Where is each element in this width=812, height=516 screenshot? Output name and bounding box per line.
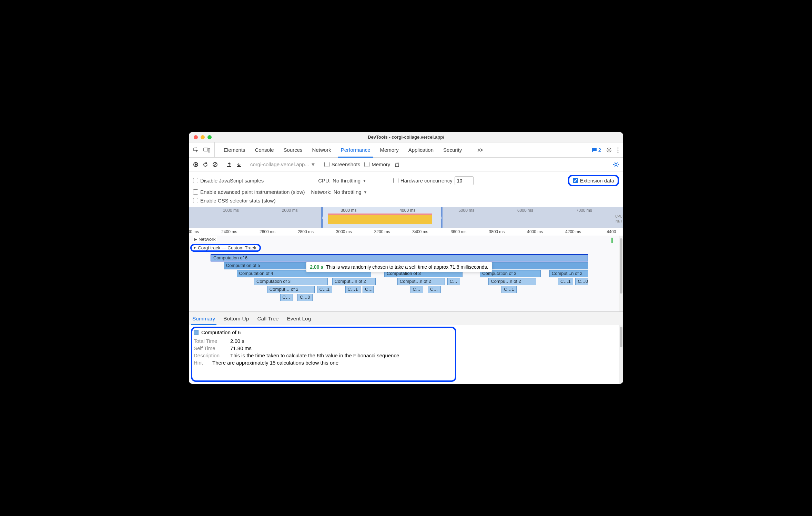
tab-performance[interactable]: Performance: [341, 142, 371, 157]
extension-data-checkbox[interactable]: Extension data: [573, 178, 614, 183]
network-track-text: Network: [199, 237, 216, 242]
flame-bar-l4d[interactable]: C…: [363, 286, 374, 293]
overview-side-labels: CPU NET: [615, 214, 622, 224]
details-tab-eventlog[interactable]: Event Log: [287, 312, 311, 325]
tab-network[interactable]: Network: [312, 142, 331, 157]
record-icon[interactable]: [193, 162, 199, 167]
network-select[interactable]: Network: No throttling ▼: [311, 189, 367, 195]
flame-bar-l0[interactable]: Computation of 6: [211, 254, 588, 261]
svg-line-10: [214, 163, 216, 166]
maximize-icon[interactable]: [207, 135, 212, 139]
devtools-window: DevTools - corgi-collage.vercel.app/ Ele…: [189, 132, 623, 384]
flame-bar-l3g[interactable]: C…0: [575, 278, 588, 285]
device-toggle-icon[interactable]: [203, 147, 210, 153]
tabbar-right: 2: [591, 147, 619, 153]
svg-rect-11: [395, 164, 399, 167]
flame-bar-l2d[interactable]: Comput...n of 2: [549, 270, 588, 277]
network-track-label[interactable]: ▶ Network: [193, 236, 217, 242]
flame-chart[interactable]: ▶ Network ▼ Corgi track — Custom Track C…: [189, 236, 623, 311]
tab-list: Elements Console Sources Network Perform…: [217, 142, 484, 157]
scrollbar-thumb[interactable]: [620, 327, 622, 347]
upload-icon[interactable]: [226, 162, 232, 167]
flame-bar-l3f[interactable]: C…1: [558, 278, 573, 285]
minimize-icon[interactable]: [201, 135, 205, 139]
tab-memory[interactable]: Memory: [380, 142, 399, 157]
gear-icon[interactable]: [606, 147, 612, 153]
profile-dropdown[interactable]: corgi-collage.vercel.app... ▼: [250, 161, 316, 167]
clear-icon[interactable]: [212, 162, 218, 167]
hw-concurrency[interactable]: Hardware concurrency: [393, 176, 474, 185]
flame-bar-l3a[interactable]: Computation of 3: [254, 278, 328, 285]
toolbar-left: corgi-collage.vercel.app... ▼ Screenshot…: [193, 161, 400, 168]
flame-bar-l4a[interactable]: Comput… of 2: [267, 286, 315, 293]
flame-bar-l3b[interactable]: Comput…n of 2: [332, 278, 376, 285]
more-tabs-icon[interactable]: [477, 148, 484, 152]
css-stats-checkbox[interactable]: Enable CSS selector stats (slow): [193, 198, 275, 204]
memory-label: Memory: [372, 161, 390, 167]
flame-bar-l4b[interactable]: C…1: [317, 286, 332, 293]
flame-bar-l5b[interactable]: C…0: [297, 294, 313, 301]
tab-elements[interactable]: Elements: [224, 142, 245, 157]
summary-scrollbar[interactable]: [619, 325, 623, 384]
flame-bar-l3d[interactable]: C…: [447, 278, 460, 285]
messages-badge[interactable]: 2: [591, 147, 601, 153]
flame-bar-l4e[interactable]: C…: [410, 286, 424, 293]
tabbar-left-icons: [193, 142, 215, 157]
scrollbar-thumb[interactable]: [620, 238, 622, 294]
svg-point-3: [608, 149, 610, 151]
self-time-value: 71.80 ms: [230, 345, 252, 351]
overview-handle-left[interactable]: [321, 207, 323, 228]
overview-shade-left: [189, 207, 321, 228]
tab-sources[interactable]: Sources: [284, 142, 303, 157]
net-label: NET: [615, 219, 622, 224]
hw-concurrency-input[interactable]: [455, 176, 474, 185]
svg-point-6: [617, 151, 618, 152]
flame-bar-l3c[interactable]: Comput…n of 2: [397, 278, 445, 285]
disable-js-label: Disable JavaScript samples: [200, 178, 264, 183]
enable-paint-checkbox[interactable]: Enable advanced paint instrumentation (s…: [193, 189, 305, 195]
close-icon[interactable]: [194, 135, 198, 139]
cpu-select[interactable]: CPU: No throttling ▼: [318, 178, 366, 183]
summary-panel: Computation of 6 Total Time 2.00 s Self …: [189, 325, 623, 384]
ov-tick: 4000 ms: [399, 208, 415, 213]
ruler-tick: 4200 ms: [565, 229, 581, 234]
cpu-value: No throttling: [333, 178, 361, 183]
settings-gear-icon[interactable]: [613, 161, 619, 168]
network-marker: [611, 238, 613, 243]
garbage-collect-icon[interactable]: [394, 162, 400, 167]
screenshots-checkbox[interactable]: Screenshots: [324, 161, 360, 167]
flame-bar-l4c[interactable]: C…1: [345, 286, 361, 293]
download-icon[interactable]: [236, 162, 242, 167]
tab-security[interactable]: Security: [443, 142, 462, 157]
disable-js-checkbox[interactable]: Disable JavaScript samples: [193, 178, 264, 183]
details-tab-summary[interactable]: Summary: [192, 312, 215, 325]
overview-minimap[interactable]: 1000 ms 2000 ms 3000 ms 4000 ms 5000 ms …: [189, 207, 623, 228]
arrow-down-icon: ▼: [193, 246, 196, 250]
flame-bar-l4g[interactable]: C…1: [501, 286, 517, 293]
details-tab-calltree[interactable]: Call Tree: [257, 312, 278, 325]
reload-icon[interactable]: [203, 162, 208, 167]
tab-console[interactable]: Console: [255, 142, 274, 157]
overview-handle-right[interactable]: [441, 207, 443, 228]
profile-dropdown-label: corgi-collage.vercel.app...: [250, 161, 309, 167]
inspect-icon[interactable]: [193, 147, 199, 153]
flame-bar-l3e[interactable]: Compu…n of 2: [488, 278, 536, 285]
custom-track-label[interactable]: ▼ Corgi track — Custom Track: [190, 244, 261, 252]
flame-bar-l5a[interactable]: C…: [280, 294, 293, 301]
flame-bar-l4f[interactable]: C…: [428, 286, 441, 293]
memory-checkbox[interactable]: Memory: [364, 161, 390, 167]
kebab-menu-icon[interactable]: [617, 147, 619, 153]
total-time-label: Total Time: [194, 338, 225, 344]
flame-scrollbar[interactable]: [619, 236, 623, 311]
ruler-tick: 2400 ms: [221, 229, 237, 234]
tab-application[interactable]: Application: [408, 142, 434, 157]
details-tab-bottomup[interactable]: Bottom-Up: [223, 312, 249, 325]
enable-paint-label: Enable advanced paint instrumentation (s…: [200, 189, 305, 195]
ruler-tick: 2600 ms: [260, 229, 275, 234]
ruler-tick: 3000 ms: [336, 229, 352, 234]
cpu-label: CPU: [615, 214, 622, 219]
tooltip-text: This is was randomly chosen to take a se…: [326, 264, 488, 270]
ov-tick: 3000 ms: [341, 208, 357, 213]
summary-title: Computation of 6: [201, 329, 241, 335]
hw-concurrency-label: Hardware concurrency: [400, 178, 453, 183]
